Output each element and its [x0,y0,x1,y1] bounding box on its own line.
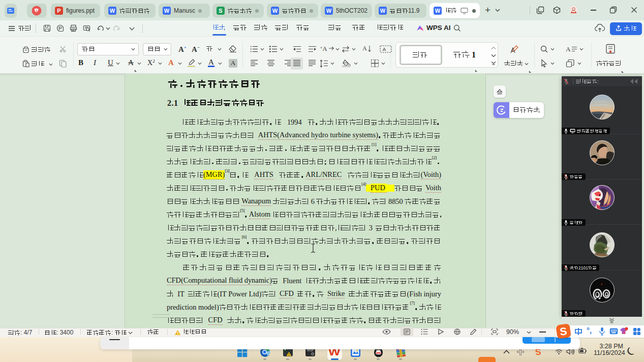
svg-text:MKSP: MKSP [307,349,314,352]
